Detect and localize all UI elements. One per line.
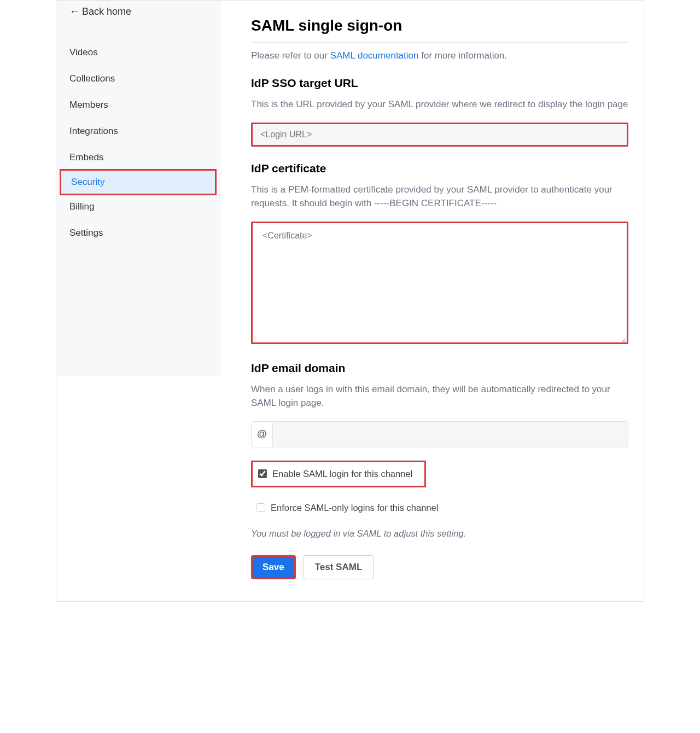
intro-prefix: Please refer to our	[251, 50, 330, 61]
page-title: SAML single sign-on	[251, 17, 628, 34]
save-button[interactable]: Save	[251, 555, 296, 579]
sidebar-item-collections[interactable]: Collections	[56, 66, 220, 92]
app-container: ← Back home Videos Collections Members I…	[56, 0, 644, 602]
sidebar: ← Back home Videos Collections Members I…	[56, 1, 220, 376]
sidebar-item-security[interactable]: Security	[60, 169, 217, 195]
sidebar-item-embeds[interactable]: Embeds	[56, 144, 220, 171]
enforce-saml-label: Enforce SAML-only logins for this channe…	[271, 503, 438, 513]
enable-saml-checkbox[interactable]	[258, 469, 267, 478]
intro-suffix: for more information.	[419, 50, 508, 61]
sidebar-item-settings[interactable]: Settings	[56, 220, 220, 246]
sidebar-item-billing[interactable]: Billing	[56, 194, 220, 220]
sidebar-item-integrations[interactable]: Integrations	[56, 118, 220, 144]
enable-saml-label: Enable SAML login for this channel	[272, 469, 412, 479]
sidebar-items: Videos Collections Members Integrations …	[56, 39, 220, 246]
intro-text: Please refer to our SAML documentation f…	[251, 50, 628, 61]
idp-cert-textarea[interactable]	[251, 222, 628, 344]
sidebar-item-members[interactable]: Members	[56, 92, 220, 118]
idp-email-heading: IdP email domain	[251, 362, 628, 375]
email-domain-group: @	[251, 421, 628, 447]
enforce-saml-checkbox[interactable]	[256, 503, 265, 512]
enforce-note: You must be logged in via SAML to adjust…	[251, 528, 628, 539]
back-home-link[interactable]: ← Back home	[56, 1, 220, 23]
saml-doc-link[interactable]: SAML documentation	[330, 50, 419, 61]
main-content: SAML single sign-on Please refer to our …	[220, 1, 644, 601]
sidebar-item-videos[interactable]: Videos	[56, 39, 220, 66]
idp-cert-desc: This is a PEM-formatted certificate prov…	[251, 183, 628, 211]
idp-url-input[interactable]	[251, 123, 628, 147]
button-row: Save Test SAML	[251, 555, 628, 579]
test-saml-button[interactable]: Test SAML	[304, 555, 374, 579]
idp-url-heading: IdP SSO target URL	[251, 77, 628, 90]
at-symbol-prefix: @	[251, 421, 273, 447]
enable-saml-row: Enable SAML login for this channel	[251, 461, 426, 487]
title-divider	[251, 42, 628, 43]
email-domain-input[interactable]	[273, 421, 628, 447]
idp-email-desc: When a user logs in with this email doma…	[251, 382, 628, 410]
idp-cert-heading: IdP certificate	[251, 162, 628, 175]
idp-url-desc: This is the URL provided by your SAML pr…	[251, 97, 628, 112]
enforce-saml-row: Enforce SAML-only logins for this channe…	[251, 496, 628, 520]
